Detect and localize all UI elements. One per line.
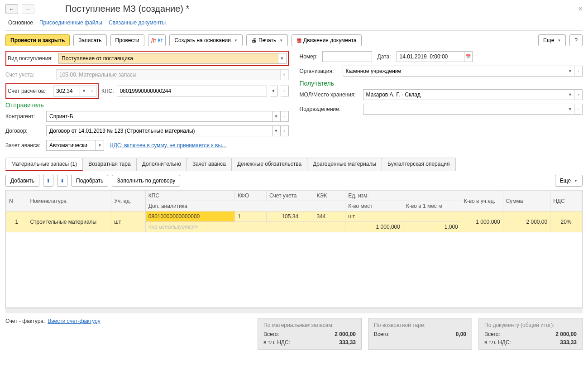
cell-acct[interactable]: 105.34 xyxy=(266,211,314,222)
move-down-button[interactable]: ⬇ xyxy=(57,175,67,187)
th-kek: КЭК xyxy=(314,191,345,201)
nav-forward-button[interactable]: → xyxy=(22,4,34,14)
cell-inplace[interactable]: 1,000 xyxy=(403,222,461,232)
fill-button[interactable]: Заполнить по договору xyxy=(112,175,180,187)
number-label: Номер: xyxy=(300,53,322,60)
help-button[interactable]: ? xyxy=(569,34,583,46)
entry-type-label: Вид поступления: xyxy=(8,55,58,62)
counterparty-open-button[interactable]: ▫ xyxy=(281,111,289,122)
dept-open-button[interactable]: ▫ xyxy=(574,104,583,115)
tab-liabilities[interactable]: Денежные обязательства xyxy=(231,158,307,171)
settlement-label: Счет расчетов: xyxy=(8,88,53,94)
th-inplace: К-во в 1 месте xyxy=(403,201,461,211)
print-button[interactable]: 🖨Печать▼ xyxy=(246,34,288,46)
tab-materials[interactable]: Материальные запасы (1) xyxy=(5,158,83,171)
debit-credit-button[interactable]: ДтКт xyxy=(148,34,166,46)
cell-kfo[interactable]: 1 xyxy=(235,211,267,222)
tabs: Материальные запасы (1) Возвратная тара … xyxy=(5,158,583,171)
kps-open-button[interactable]: ▫ xyxy=(281,86,289,96)
contract-open-button[interactable]: ▫ xyxy=(281,125,289,136)
cell-measure[interactable]: шт xyxy=(345,211,461,222)
mol-open-button[interactable]: ▫ xyxy=(574,89,583,100)
enter-invoice-link[interactable]: Ввести счет-фактуру xyxy=(48,318,100,324)
settlement-dropdown[interactable]: ▼ xyxy=(80,86,88,96)
tab-more-button[interactable]: Еще▼ xyxy=(555,175,583,187)
mol-input[interactable] xyxy=(363,89,567,100)
arrow-up-icon: ⬆ xyxy=(46,178,50,184)
entry-type-dropdown[interactable]: ▼ xyxy=(278,53,287,64)
counterparty-input[interactable] xyxy=(46,111,272,122)
materials-table[interactable]: N Номенклатура Уч. ед. КПС КФО Счет учет… xyxy=(6,190,582,232)
tab-advance[interactable]: Зачет аванса xyxy=(186,158,232,171)
post-button[interactable]: Провести xyxy=(110,34,144,46)
write-button[interactable]: Записать xyxy=(73,34,106,46)
settlement-input[interactable] xyxy=(53,86,80,96)
dept-dropdown[interactable]: ▼ xyxy=(566,104,574,115)
org-input[interactable] xyxy=(343,66,567,77)
th-kfo: КФО xyxy=(235,191,267,201)
number-input[interactable] xyxy=(322,51,372,62)
advance-input[interactable] xyxy=(46,140,96,151)
kps-label: КПС: xyxy=(101,88,114,94)
cell-nds[interactable]: 20% xyxy=(550,211,582,232)
kps-dropdown[interactable]: ▼ xyxy=(270,86,278,96)
nds-link[interactable]: НДС: включен в сумму, не принимается к в… xyxy=(110,142,226,149)
dept-input[interactable] xyxy=(363,104,567,115)
org-label: Организация: xyxy=(300,68,343,74)
nav-back-button[interactable]: ← xyxy=(5,4,18,14)
settlement-open-button[interactable]: ▫ xyxy=(88,86,96,96)
top-nav: Основное Присоединенные файлы Связанные … xyxy=(5,18,583,31)
org-dropdown[interactable]: ▼ xyxy=(566,66,574,77)
create-based-button[interactable]: Создать на основании▼ xyxy=(169,34,242,46)
cell-kps[interactable]: 08010000000000000 xyxy=(145,211,234,222)
add-row-button[interactable]: Добавить xyxy=(5,175,39,187)
materials-table-wrap: N Номенклатура Уч. ед. КПС КФО Счет учет… xyxy=(5,190,583,308)
entry-type-input[interactable] xyxy=(58,53,278,64)
advance-label: Зачет аванса: xyxy=(5,142,46,149)
close-icon[interactable]: × xyxy=(578,5,583,13)
nav-main[interactable]: Основное xyxy=(8,19,33,26)
totals-packaging-title: По возвратной таре: xyxy=(374,322,466,328)
more-button[interactable]: Еще▼ xyxy=(538,34,566,46)
totals-document-title: По документу (общий итог): xyxy=(484,322,577,328)
th-nds: НДС xyxy=(550,191,582,211)
totals-materials: По материальным запасам: Всего:2 000,00 … xyxy=(258,318,362,350)
page-title: Поступление МЗ (создание) * xyxy=(65,4,189,14)
th-qty: К-во в уч.ед. xyxy=(461,191,503,211)
cell-unit[interactable]: шт xyxy=(111,211,146,232)
cell-dop[interactable]: <не используется> xyxy=(145,222,345,232)
contract-dropdown[interactable]: ▼ xyxy=(272,125,281,136)
horizontal-scrollbar[interactable] xyxy=(5,308,583,313)
kps-input[interactable] xyxy=(117,86,267,96)
cell-qty[interactable]: 1 000,000 xyxy=(461,211,503,232)
cell-nomen[interactable]: Строительные материалы xyxy=(27,211,111,232)
tab-precious[interactable]: Драгоценные материалы xyxy=(307,158,382,171)
org-open-button[interactable]: ▫ xyxy=(574,66,583,77)
movements-button[interactable]: ▦Движения документа xyxy=(292,34,362,46)
date-calendar-button[interactable]: 📅 xyxy=(464,51,473,62)
pick-button[interactable]: Подобрать xyxy=(71,175,108,187)
cell-kek[interactable]: 344 xyxy=(314,211,345,222)
post-and-close-button[interactable]: Провести и закрыть xyxy=(5,34,70,46)
th-nomen: Номенклатура xyxy=(27,191,111,211)
tab-packaging[interactable]: Возвратная тара xyxy=(82,158,137,171)
cell-places[interactable]: 1 000,000 xyxy=(345,222,403,232)
advance-dropdown[interactable]: ▼ xyxy=(96,140,104,151)
totals-packaging: По возвратной таре: Всего:0,00 xyxy=(368,318,472,350)
mol-dropdown[interactable]: ▼ xyxy=(566,89,574,100)
settlement-highlight: Счет расчетов: ▼ ▫ xyxy=(5,83,99,99)
tab-extra[interactable]: Дополнительно xyxy=(136,158,187,171)
invoice-label: Счет - фактура: xyxy=(5,318,45,324)
cell-sum[interactable]: 2 000,00 xyxy=(503,211,550,232)
date-label: Дата: xyxy=(378,53,397,60)
receiver-section-title: Получатель xyxy=(300,80,583,87)
counterparty-dropdown[interactable]: ▼ xyxy=(272,111,281,122)
nav-files[interactable]: Присоединенные файлы xyxy=(39,19,102,26)
table-row[interactable]: 1 Строительные материалы шт 080100000000… xyxy=(6,211,582,222)
date-input[interactable] xyxy=(397,51,464,62)
move-up-button[interactable]: ⬆ xyxy=(43,175,53,187)
th-unit: Уч. ед. xyxy=(111,191,146,211)
contract-input[interactable] xyxy=(46,125,272,136)
tab-accounting[interactable]: Бухгалтерская операция xyxy=(382,158,455,171)
nav-related[interactable]: Связанные документы xyxy=(109,19,166,26)
